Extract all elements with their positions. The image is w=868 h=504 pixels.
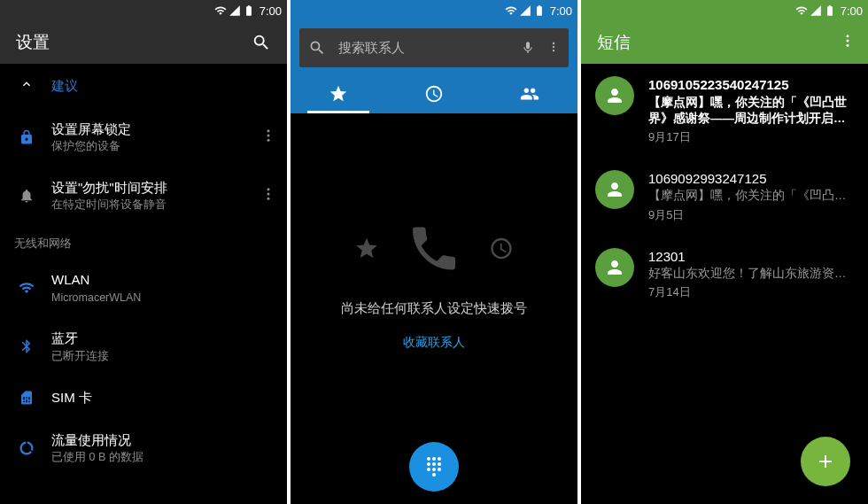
svg-point-6	[553, 42, 554, 43]
settings-screen: 7:00 设置 建议 设置屏幕锁定 保护您的设备 设置"勿扰"时间安排 在特定时…	[0, 0, 287, 504]
suggestion-item-lock[interactable]: 设置屏幕锁定 保护您的设备	[0, 108, 287, 167]
compose-fab[interactable]	[801, 437, 850, 486]
suggestion-item-dnd[interactable]: 设置"勿扰"时间安排 在特定时间将设备静音	[0, 167, 287, 225]
message-thread[interactable]: 12301 好客山东欢迎您！了解山东旅游资讯… 7月14日	[581, 236, 868, 314]
tab-favorites[interactable]	[291, 74, 386, 113]
sender: 1069092993247125	[648, 170, 854, 188]
dialpad-icon	[423, 456, 445, 477]
tabs	[291, 74, 577, 113]
avatar	[595, 248, 634, 287]
more-icon[interactable]	[259, 128, 278, 147]
item-title: 设置屏幕锁定	[51, 120, 259, 138]
history-icon	[424, 84, 444, 104]
wifi-icon	[18, 280, 35, 296]
svg-point-2	[267, 139, 270, 142]
sender: 1069105223540247125	[648, 76, 854, 94]
signal-icon	[229, 4, 241, 17]
lock-icon	[18, 129, 35, 145]
svg-point-0	[267, 129, 270, 132]
status-bar: 7:00	[0, 0, 287, 21]
item-title: 流量使用情况	[51, 431, 278, 449]
star-icon	[329, 84, 348, 104]
svg-point-11	[847, 43, 849, 46]
sender: 12301	[648, 248, 854, 266]
chevron-up-icon	[18, 77, 35, 95]
item-subtitle: 在特定时间将设备静音	[51, 198, 259, 213]
svg-point-1	[267, 135, 270, 137]
search-icon[interactable]	[252, 33, 271, 52]
empty-message: 尚未给任何联系人设定快速拨号	[291, 300, 577, 317]
search-box[interactable]: 搜索联系人	[299, 28, 569, 67]
page-title: 短信	[597, 31, 840, 54]
item-subtitle: 已断开连接	[51, 349, 278, 364]
bluetooth-icon	[18, 338, 35, 354]
preview: 【摩点网】嘿，你关注的「《凹凸世…	[648, 188, 854, 204]
plus-icon	[815, 451, 836, 472]
data-usage-icon	[18, 440, 35, 456]
item-subtitle: 保护您的设备	[51, 139, 259, 154]
person-icon	[604, 257, 625, 278]
bell-icon	[18, 188, 35, 204]
person-icon	[604, 179, 625, 200]
battery-icon	[243, 4, 255, 17]
wifi-icon	[505, 4, 517, 17]
section-header: 无线和网络	[0, 225, 287, 259]
message-thread[interactable]: 1069092993247125 【摩点网】嘿，你关注的「《凹凸世… 9月5日	[581, 158, 868, 236]
item-title: 蓝牙	[51, 330, 278, 347]
setting-item-bluetooth[interactable]: 蓝牙 已断开连接	[0, 317, 287, 376]
sms-screen: 7:00 短信 1069105223540247125 【摩点网】嘿，你关注的「…	[581, 0, 868, 504]
date: 9月5日	[648, 207, 854, 223]
sms-header: 短信	[581, 21, 868, 64]
people-icon	[520, 84, 539, 104]
svg-point-4	[267, 193, 270, 196]
page-title: 设置	[16, 31, 252, 54]
svg-point-5	[267, 198, 270, 200]
setting-item-data[interactable]: 流量使用情况 已使用 0 B 的数据	[0, 419, 287, 477]
preview: 好客山东欢迎您！了解山东旅游资讯…	[648, 266, 854, 282]
phone-icon	[406, 221, 462, 277]
message-thread[interactable]: 1069105223540247125 【摩点网】嘿，你关注的「《凹凸世界》感谢…	[581, 64, 868, 158]
more-icon[interactable]	[547, 39, 560, 58]
signal-icon	[810, 4, 822, 17]
clock-icon	[489, 236, 514, 261]
status-time: 7:00	[260, 4, 282, 18]
tab-history[interactable]	[386, 74, 482, 113]
settings-header: 设置	[0, 21, 287, 64]
star-icon	[354, 236, 379, 261]
more-icon[interactable]	[840, 33, 856, 53]
preview: 【摩点网】嘿，你关注的「《凹凸世界》感谢祭——周边制作计划开启」发布了更新。打开…	[648, 95, 854, 127]
empty-state: 尚未给任何联系人设定快速拨号 收藏联系人	[291, 221, 577, 351]
search-placeholder: 搜索联系人	[338, 40, 508, 57]
suggestion-label: 建议	[51, 78, 78, 95]
status-time: 7:00	[550, 4, 572, 18]
status-bar: 7:00	[581, 0, 868, 21]
status-time: 7:00	[841, 4, 863, 18]
svg-point-8	[553, 49, 554, 50]
suggestion-toggle[interactable]: 建议	[0, 64, 287, 108]
dialpad-fab[interactable]	[409, 442, 459, 492]
wifi-icon	[214, 4, 227, 17]
status-bar: 7:00	[291, 0, 577, 21]
svg-point-10	[847, 39, 849, 42]
favorite-link[interactable]: 收藏联系人	[291, 335, 577, 351]
battery-icon	[824, 4, 836, 17]
setting-item-wlan[interactable]: WLAN MicromacerWLAN	[0, 259, 287, 317]
date: 7月14日	[648, 284, 854, 300]
item-title: 设置"勿扰"时间安排	[51, 179, 259, 197]
avatar	[595, 76, 634, 115]
mic-icon[interactable]	[521, 41, 535, 55]
item-subtitle: MicromacerWLAN	[51, 291, 278, 306]
wifi-icon	[795, 4, 808, 17]
item-title: WLAN	[51, 271, 278, 289]
svg-point-9	[847, 35, 849, 37]
tab-contacts[interactable]	[482, 74, 577, 113]
signal-icon	[519, 4, 531, 17]
date: 9月17日	[648, 129, 854, 145]
person-icon	[604, 85, 625, 106]
avatar	[595, 170, 634, 209]
search-icon	[308, 39, 326, 57]
more-icon[interactable]	[259, 186, 278, 205]
setting-item-sim[interactable]: SIM 卡	[0, 376, 287, 419]
battery-icon	[533, 4, 546, 17]
svg-point-3	[267, 188, 270, 190]
